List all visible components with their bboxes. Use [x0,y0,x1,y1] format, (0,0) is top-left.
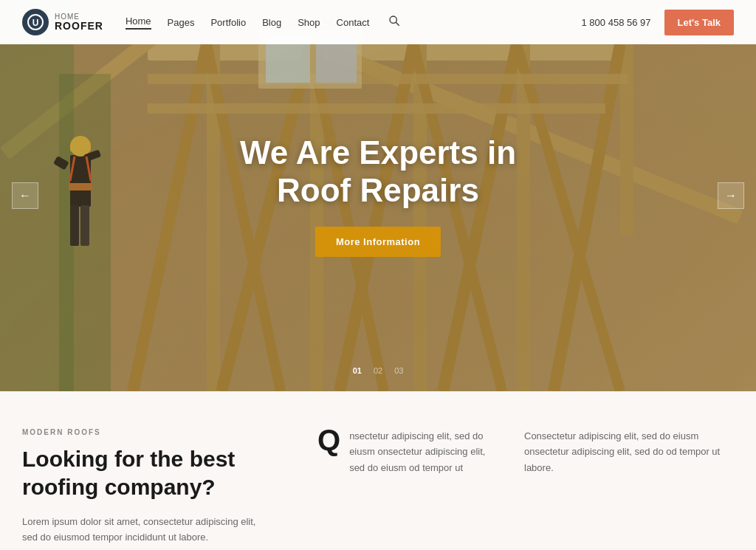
hero-title-line2: Roof Repairs [277,172,479,208]
cta-button[interactable]: Let's Talk [664,10,734,35]
logo: U HOME ROOFER [22,9,103,35]
header-right: 1 800 458 56 97 Let's Talk [582,10,734,35]
nav-pages[interactable]: Pages [168,17,195,28]
content-section: MODERN ROOFS Looking for the best roofin… [0,391,756,550]
content-middle-text: nsectetur adipiscing elit, sed do eiusm … [349,428,495,475]
content-left: MODERN ROOFS Looking for the best roofin… [22,428,303,546]
hero-cta-button[interactable]: More Information [315,227,441,257]
content-heading: Looking for the best roofing company? [22,445,273,501]
content-letter: Q [317,425,340,455]
content-body: Lorem ipsum dolor sit amet, consectetur … [22,514,273,546]
phone-number: 1 800 458 56 97 [582,17,651,28]
header: U HOME ROOFER Home Pages Portfolio Blog … [0,0,756,44]
hero-next-button[interactable]: → [718,182,744,209]
logo-icon: U [22,9,49,35]
nav-contact[interactable]: Contact [337,17,370,28]
hero-slide-indicators: 01 02 03 [353,366,404,375]
svg-line-3 [396,22,399,26]
content-right: Consectetur adipiscing elit, sed do eius… [509,428,734,546]
svg-text:U: U [32,18,39,28]
search-icon[interactable] [388,15,400,30]
slide-dot-3[interactable]: 03 [394,366,403,375]
hero-title-line1: We Are Experts in [240,134,516,171]
slide-dot-1[interactable]: 01 [353,366,362,375]
content-tag: MODERN ROOFS [22,428,273,436]
content-right-text: Consectetur adipiscing elit, sed do eius… [524,428,734,475]
logo-text: HOME ROOFER [55,13,103,32]
logo-bottom: ROOFER [55,21,103,32]
nav-portfolio[interactable]: Portfolio [210,17,246,28]
nav-home[interactable]: Home [126,16,151,30]
hero-content: We Are Experts in Roof Repairs More Info… [240,134,516,257]
content-middle: Q nsectetur adipiscing elit, sed do eius… [303,428,509,546]
nav-blog[interactable]: Blog [262,17,281,28]
svg-point-2 [390,16,396,23]
nav-shop[interactable]: Shop [298,17,320,28]
main-nav: Home Pages Portfolio Blog Shop Contact [126,15,582,30]
hero-title: We Are Experts in Roof Repairs [240,134,516,209]
hero-prev-button[interactable]: ← [12,182,38,209]
hero-section: ← → We Are Experts in Roof Repairs More … [0,0,756,391]
slide-dot-2[interactable]: 02 [374,366,382,375]
